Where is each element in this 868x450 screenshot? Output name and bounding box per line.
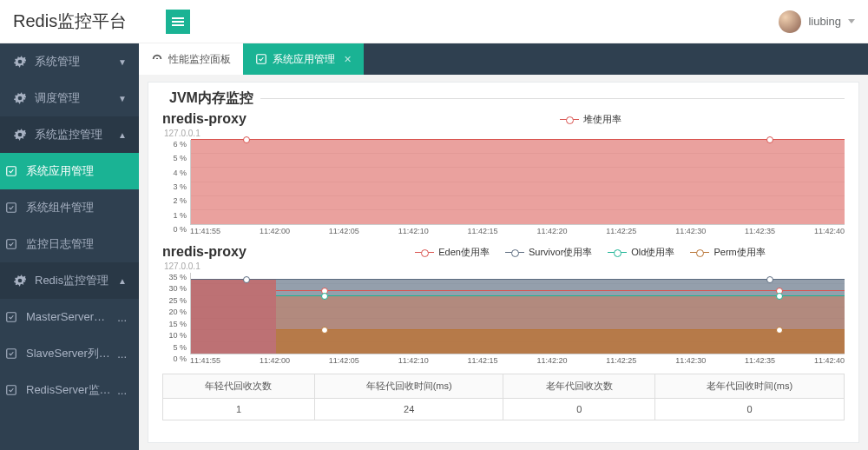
tabs-bar: 性能监控面板系统应用管理✕	[139, 43, 868, 75]
x-axis: 11:41:5511:42:0011:42:0511:42:1011:42:15…	[190, 225, 845, 235]
sidebar-item-label: 调度管理	[35, 90, 118, 106]
legend-item[interactable]: Eden使用率	[415, 246, 490, 259]
table-header: 年轻代回收次数	[163, 374, 315, 399]
chart-host: 127.0.0.1	[164, 261, 845, 271]
sidebar-item-label: Redis监控管理	[35, 273, 118, 288]
chart-title: nredis-proxy	[162, 111, 336, 127]
sidebar-item-label: RedisServer监控日	[26, 382, 115, 398]
sidebar-item-7[interactable]: MasterServer列表...	[0, 299, 139, 335]
section-title: JVM内存监控	[162, 89, 260, 108]
sidebar-item-label: SlaveServer列表管	[26, 346, 115, 361]
table-header: 年轻代回收时间(ms)	[314, 374, 503, 399]
brand: Redis监控平台	[13, 10, 127, 33]
x-tick: 11:42:05	[329, 227, 359, 235]
table-cell: 0	[655, 399, 845, 420]
panel: JVM内存监控 nredis-proxy 堆使用率 127.0.0.1 6 %5…	[148, 82, 859, 443]
y-tick: 30 %	[162, 284, 187, 293]
chart-host: 127.0.0.1	[164, 129, 845, 138]
legend-label: 堆使用率	[583, 113, 621, 126]
svg-rect-0	[7, 167, 16, 176]
sidebar-item-1[interactable]: 调度管理▼	[0, 80, 139, 116]
ellipsis-icon: ...	[117, 384, 127, 397]
username: liubing	[808, 15, 841, 28]
menu-toggle-button[interactable]	[166, 10, 190, 34]
gc-table: 年轻代回收次数年轻代回收时间(ms)老年代回收次数老年代回收时间(ms) 124…	[162, 374, 845, 420]
table-header: 老年代回收时间(ms)	[655, 374, 845, 399]
y-tick: 3 %	[162, 182, 187, 191]
x-tick: 11:41:55	[190, 356, 220, 365]
legend-item[interactable]: Old使用率	[608, 246, 674, 259]
content: 性能监控面板系统应用管理✕ JVM内存监控 nredis-proxy 堆使用率 …	[139, 43, 868, 450]
legend-label: Old使用率	[631, 246, 674, 259]
svg-rect-1	[7, 203, 16, 213]
chart-heap: nredis-proxy 堆使用率 127.0.0.1 6 %5 %4 %3 %…	[162, 111, 845, 235]
y-tick: 1 %	[162, 211, 187, 220]
x-tick: 11:41:55	[190, 227, 220, 235]
x-tick: 11:42:05	[329, 356, 359, 365]
legend-marker-icon	[690, 252, 709, 253]
y-tick: 5 %	[162, 343, 187, 352]
sidebar-item-label: 系统管理	[35, 54, 118, 69]
tab-label: 系统应用管理	[273, 52, 335, 67]
legend-item[interactable]: 堆使用率	[560, 113, 621, 126]
y-tick: 5 %	[162, 154, 187, 162]
x-tick: 11:42:20	[536, 227, 567, 235]
x-tick: 11:42:25	[606, 356, 636, 365]
table-header: 老年代回收次数	[503, 374, 655, 399]
svg-rect-2	[7, 240, 16, 249]
tab-1[interactable]: 系统应用管理✕	[243, 43, 364, 75]
legend-marker-icon	[608, 252, 627, 253]
y-tick: 0 %	[162, 354, 187, 363]
chevron-icon: ▼	[118, 94, 127, 103]
check-icon	[255, 53, 267, 65]
y-tick: 4 %	[162, 169, 187, 177]
x-tick: 11:42:15	[468, 356, 498, 365]
sidebar-item-0[interactable]: 系统管理▼	[0, 43, 139, 80]
tab-0[interactable]: 性能监控面板	[139, 43, 243, 75]
chevron-down-icon	[848, 19, 855, 23]
legend-item[interactable]: Perm使用率	[690, 246, 765, 259]
sidebar-item-label: 系统应用管理	[26, 163, 127, 179]
table-cell: 1	[163, 399, 315, 420]
cogs-icon	[12, 56, 28, 68]
y-tick: 25 %	[162, 296, 187, 305]
chart-mem: nredis-proxy Eden使用率Survivor使用率Old使用率Per…	[162, 244, 845, 365]
y-tick: 20 %	[162, 308, 187, 316]
sidebar-item-5[interactable]: 监控日志管理	[0, 226, 139, 262]
cogs-icon	[12, 129, 28, 141]
sidebar-item-label: MasterServer列表	[26, 309, 115, 325]
plot-area	[190, 273, 845, 354]
sidebar-item-4[interactable]: 系统组件管理	[0, 189, 139, 226]
sidebar-item-3[interactable]: 系统应用管理	[0, 153, 139, 189]
cogs-icon	[12, 275, 28, 287]
sidebar-item-8[interactable]: SlaveServer列表管...	[0, 335, 139, 372]
avatar	[779, 10, 801, 33]
chart-title: nredis-proxy	[162, 244, 336, 260]
x-tick: 11:42:35	[745, 356, 775, 365]
dashboard-icon	[151, 53, 163, 65]
plot-area	[190, 140, 845, 225]
y-axis: 35 %30 %25 %20 %15 %10 %5 %0 %	[162, 273, 190, 365]
x-tick: 11:42:10	[398, 356, 429, 365]
sidebar-item-2[interactable]: 系统监控管理▲	[0, 116, 139, 153]
sidebar-item-label: 监控日志管理	[26, 236, 127, 252]
check-icon	[3, 165, 19, 177]
close-icon[interactable]: ✕	[344, 54, 352, 65]
chart-legend: 堆使用率	[336, 113, 845, 126]
chevron-icon: ▼	[118, 57, 127, 67]
sidebar-item-6[interactable]: Redis监控管理▲	[0, 262, 139, 299]
legend-marker-icon	[505, 252, 524, 253]
x-tick: 11:42:20	[536, 356, 567, 365]
table-cell: 0	[503, 399, 655, 420]
check-icon	[3, 238, 19, 250]
user-menu[interactable]: liubing	[779, 10, 855, 33]
legend-item[interactable]: Survivor使用率	[505, 246, 592, 259]
y-axis: 6 %5 %4 %3 %2 %1 %0 %	[162, 140, 190, 235]
sidebar-item-9[interactable]: RedisServer监控日...	[0, 372, 139, 408]
cogs-icon	[12, 92, 28, 104]
x-axis: 11:41:5511:42:0011:42:0511:42:1011:42:15…	[190, 354, 845, 365]
y-tick: 2 %	[162, 196, 187, 205]
sidebar-item-label: 系统组件管理	[26, 200, 127, 215]
svg-rect-3	[7, 313, 16, 322]
topbar: Redis监控平台 liubing	[0, 0, 868, 43]
